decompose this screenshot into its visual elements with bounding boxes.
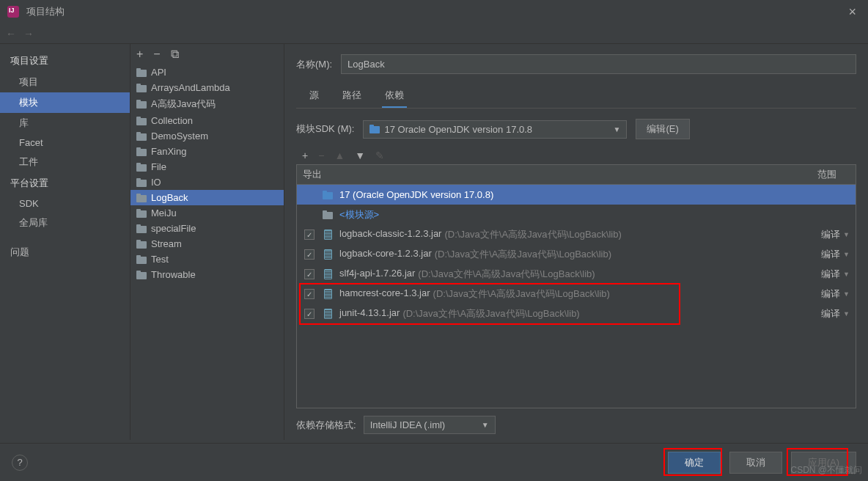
dep-label: <模块源> (339, 208, 800, 221)
module-item[interactable]: DemoSystem (130, 128, 284, 144)
module-label: Stream (151, 238, 182, 249)
apply-button[interactable]: 应用(A) (791, 452, 856, 474)
nav-global-libs[interactable]: 全局库 (0, 213, 130, 233)
folder-icon (136, 147, 147, 156)
folder-icon (136, 194, 147, 202)
tab-paths[interactable]: 路径 (339, 84, 364, 108)
settings-sidebar: 项目设置 项目 模块 库 Facet 工件 平台设置 SDK 全局库 问题 (0, 44, 130, 440)
module-item[interactable]: Collection (130, 113, 284, 128)
forward-icon[interactable]: → (23, 28, 34, 40)
modules-panel: + − ⧉ APIArraysAndLambdaA高级Java代码Collect… (130, 44, 284, 440)
module-item[interactable]: API (130, 65, 284, 80)
export-checkbox[interactable]: ✓ (303, 288, 316, 300)
add-module-icon[interactable]: + (136, 48, 143, 61)
nav-problems[interactable]: 问题 (0, 242, 130, 262)
edit-dep-icon[interactable]: ✎ (375, 150, 384, 161)
edit-sdk-button[interactable]: 编辑(E) (636, 119, 689, 139)
dep-label: hamcrest-core-1.3.jar (D:\Java文件\A高级Java… (339, 287, 800, 301)
sdk-combo[interactable]: 17 Oracle OpenJDK version 17.0.8 ▼ (363, 120, 627, 139)
help-icon[interactable]: ? (12, 455, 28, 471)
module-label: Collection (151, 115, 193, 126)
nav-facets[interactable]: Facet (0, 133, 130, 152)
dep-scope[interactable]: 编译 ▼ (806, 287, 850, 301)
folder-icon (136, 255, 147, 264)
module-item[interactable]: FanXing (130, 144, 284, 159)
up-icon[interactable]: ▲ (334, 150, 345, 161)
export-checkbox[interactable]: ✓ (303, 268, 316, 280)
tab-dependencies[interactable]: 依赖 (382, 84, 407, 108)
module-label: Test (151, 254, 169, 265)
chevron-down-icon: ▼ (843, 231, 850, 238)
module-label: API (151, 67, 166, 78)
module-label: Throwable (151, 269, 196, 280)
ok-button[interactable]: 确定 (668, 452, 721, 474)
sdk-icon (369, 125, 380, 133)
sdk-value: 17 Oracle OpenJDK version 17.0.8 (384, 124, 532, 135)
jar-icon (324, 289, 332, 299)
module-item[interactable]: LogBack (130, 190, 284, 205)
module-label: specialFile (151, 223, 196, 234)
folder-icon (136, 240, 147, 249)
cancel-button[interactable]: 取消 (729, 452, 782, 474)
remove-module-icon[interactable]: − (153, 48, 160, 61)
nav-modules[interactable]: 模块 (0, 92, 130, 113)
dep-row[interactable]: <模块源> (297, 205, 856, 224)
title-bar: 项目结构 × (0, 0, 868, 23)
footer: ? 确定 取消 应用(A) (0, 443, 868, 481)
dep-scope[interactable]: 编译 ▼ (806, 228, 850, 241)
module-item[interactable]: IO (130, 175, 284, 190)
back-icon[interactable]: ← (6, 28, 16, 40)
module-item[interactable]: Test (130, 251, 284, 267)
chevron-down-icon: ▼ (843, 251, 850, 258)
nav-project[interactable]: 项目 (0, 72, 130, 92)
module-item[interactable]: File (130, 159, 284, 175)
dep-row[interactable]: ✓logback-core-1.2.3.jar (D:\Java文件\A高级Ja… (297, 244, 856, 264)
tabs: 源 路径 依赖 (296, 84, 856, 109)
sdk-label: 模块SDK (M): (296, 122, 354, 136)
dep-row[interactable]: ✓junit-4.13.1.jar (D:\Java文件\A高级Java代码\L… (297, 304, 856, 323)
folder-icon (136, 100, 147, 109)
module-label: A高级Java代码 (151, 98, 216, 111)
tab-sources[interactable]: 源 (306, 84, 322, 108)
export-checkbox[interactable]: ✓ (303, 249, 316, 260)
module-label: File (151, 161, 166, 172)
content-panel: 名称(M): 源 路径 依赖 模块SDK (M): 17 Oracle Open… (284, 44, 868, 440)
storage-value: IntelliJ IDEA (.iml) (370, 419, 446, 430)
dep-scope[interactable]: 编译 ▼ (806, 268, 850, 281)
chevron-down-icon: ▼ (843, 290, 850, 298)
module-item[interactable]: ArraysAndLambda (130, 80, 284, 95)
export-checkbox[interactable]: ✓ (303, 308, 316, 320)
module-item[interactable]: specialFile (130, 221, 284, 236)
module-label: MeiJu (151, 208, 177, 219)
dep-row[interactable]: ✓hamcrest-core-1.3.jar (D:\Java文件\A高级Jav… (297, 284, 856, 304)
module-item[interactable]: Stream (130, 236, 284, 251)
close-icon[interactable]: × (844, 4, 861, 20)
down-icon[interactable]: ▼ (355, 150, 365, 161)
module-item[interactable]: A高级Java代码 (130, 95, 284, 113)
dep-row[interactable]: ✓logback-classic-1.2.3.jar (D:\Java文件\A高… (297, 224, 856, 244)
module-label: LogBack (151, 192, 188, 203)
name-label: 名称(M): (296, 58, 332, 71)
jar-icon (324, 230, 332, 240)
remove-dep-icon[interactable]: − (318, 150, 324, 161)
dep-scope[interactable]: 编译 ▼ (806, 307, 850, 320)
nav-libraries[interactable]: 库 (0, 113, 130, 133)
chevron-down-icon: ▼ (843, 310, 850, 317)
storage-label: 依赖存储格式: (296, 419, 356, 432)
module-item[interactable]: MeiJu (130, 205, 284, 221)
dep-row[interactable]: 17 (Oracle OpenJDK version 17.0.8) (297, 185, 856, 205)
folder-icon (136, 224, 147, 233)
module-name-input[interactable] (341, 54, 856, 74)
dep-row[interactable]: ✓slf4j-api-1.7.26.jar (D:\Java文件\A高级Java… (297, 264, 856, 284)
storage-combo[interactable]: IntelliJ IDEA (.iml) ▼ (364, 416, 496, 434)
nav-artifacts[interactable]: 工件 (0, 152, 130, 172)
export-checkbox[interactable]: ✓ (303, 229, 316, 240)
module-label: ArraysAndLambda (151, 82, 230, 93)
dep-scope[interactable]: 编译 ▼ (806, 248, 850, 261)
module-item[interactable]: Throwable (130, 267, 284, 282)
modules-toolbar: + − ⧉ (130, 44, 284, 65)
add-dep-icon[interactable]: + (302, 150, 308, 161)
header-scope: 范围 (812, 165, 856, 184)
nav-sdks[interactable]: SDK (0, 194, 130, 213)
copy-module-icon[interactable]: ⧉ (171, 48, 179, 61)
